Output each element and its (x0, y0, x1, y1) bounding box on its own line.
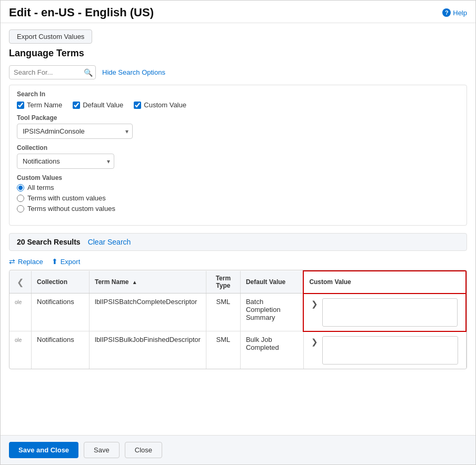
custom-values-label: Custom Values (17, 174, 459, 181)
row-indicator-1: ole (15, 299, 22, 305)
td-termtype-1: SML (206, 294, 240, 331)
search-input[interactable] (9, 65, 96, 79)
help-link[interactable]: ? Help (442, 8, 467, 17)
td-custom-1: ❯ (303, 294, 466, 331)
replace-button[interactable]: ⇄ Replace (9, 257, 43, 266)
td-termname-2: lblIPSISBulkJobFinishedDescriptor (90, 331, 206, 369)
radio-terms-without-custom-label: Terms without custom values (27, 205, 115, 213)
search-row: 🔍 Hide Search Options (9, 65, 467, 79)
section-title: Language Terms (9, 48, 467, 59)
radio-terms-with-custom[interactable]: Terms with custom values (17, 194, 459, 202)
table-row: ole Notifications lblIPSISBatchCompleteD… (9, 294, 466, 331)
th-termtype-label: TermType (216, 275, 231, 289)
th-collection[interactable]: Collection (32, 271, 90, 294)
table-wrapper: ❮ Collection Term Name ▲ TermType (9, 270, 467, 369)
row-indicator-2: ole (15, 337, 22, 343)
results-bar: 20 Search Results Clear Search (9, 233, 467, 251)
termtype-value-2: SML (216, 336, 231, 343)
tool-package-select[interactable]: IPSISAdminConsole (17, 124, 133, 139)
termname-value-2: lblIPSISBulkJobFinishedDescriptor (95, 336, 201, 343)
checkbox-custom-value-input[interactable] (134, 102, 141, 109)
hide-search-options-link[interactable]: Hide Search Options (102, 68, 165, 76)
collection-label: Collection (17, 144, 459, 151)
default-value-1: Batch Completion Summary (246, 298, 281, 321)
td-custom-2: ❯ (303, 331, 466, 369)
search-icon: 🔍 (84, 68, 93, 77)
search-options-panel: Search In Term Name Default Value Custom… (9, 85, 467, 226)
collection-select[interactable]: Notifications (17, 154, 114, 169)
collection-value-1: Notifications (37, 298, 74, 306)
data-table: ❮ Collection Term Name ▲ TermType (9, 270, 467, 369)
th-custom[interactable]: Custom Value (303, 271, 466, 294)
sort-asc-icon: ▲ (132, 279, 137, 285)
results-count: 20 Search Results (17, 238, 81, 246)
custom-val-box-2[interactable] (322, 336, 458, 365)
help-label: Help (453, 9, 467, 17)
td-termtype-2: SML (206, 331, 240, 369)
collection-group: Collection Notifications ▾ (17, 144, 459, 169)
footer-bar: Save and Close Save Close (1, 435, 475, 464)
th-termtype[interactable]: TermType (206, 271, 240, 294)
checkbox-custom-value-label: Custom Value (144, 101, 186, 109)
help-icon: ? (442, 8, 451, 17)
search-in-label: Search In (17, 90, 459, 98)
expand-custom-1-button[interactable]: ❯ (309, 298, 320, 310)
checkbox-default-value-input[interactable] (73, 102, 80, 109)
th-termname[interactable]: Term Name ▲ (90, 271, 206, 294)
search-in-group: Search In Term Name Default Value Custom… (17, 90, 459, 109)
th-default[interactable]: Default Value (240, 271, 303, 294)
search-wrapper: 🔍 (9, 65, 96, 79)
custom-values-group: Custom Values All terms Terms with custo… (17, 174, 459, 213)
radio-all-terms-label: All terms (27, 184, 54, 191)
collection-select-wrapper: Notifications ▾ (17, 154, 114, 169)
export-button[interactable]: ⬆ Export (52, 257, 81, 266)
radio-terms-without-custom-input[interactable] (17, 205, 24, 213)
save-button[interactable]: Save (84, 442, 120, 458)
main-content: Export Custom Values Language Terms 🔍 Hi… (1, 23, 475, 435)
custom-val-box-1[interactable] (322, 298, 458, 327)
checkbox-term-name-input[interactable] (17, 102, 24, 109)
checkbox-default-value-label: Default Value (83, 101, 123, 109)
th-termname-label: Term Name (95, 278, 128, 286)
expand-custom-2-button[interactable]: ❯ (309, 336, 320, 348)
radio-terms-with-custom-input[interactable] (17, 195, 24, 202)
page-title: Edit - en-US - English (US) (9, 6, 154, 19)
tool-package-select-wrapper: IPSISAdminConsole ▾ (17, 124, 133, 139)
radio-terms-without-custom[interactable]: Terms without custom values (17, 205, 459, 213)
table-nav-left-button[interactable]: ❮ (15, 276, 26, 288)
radio-all-terms[interactable]: All terms (17, 184, 459, 191)
table-actions: ⇄ Replace ⬆ Export (9, 257, 467, 266)
export-label: Export (61, 258, 81, 266)
td-default-2: Bulk Job Completed (240, 331, 303, 369)
checkbox-default-value[interactable]: Default Value (73, 101, 123, 109)
td-collection-1: Notifications (32, 294, 90, 331)
search-button[interactable]: 🔍 (84, 68, 93, 77)
export-icon: ⬆ (52, 257, 58, 266)
collection-value-2: Notifications (37, 336, 74, 343)
checkbox-custom-value[interactable]: Custom Value (134, 101, 186, 109)
custom-val-inline-2: ❯ (309, 336, 461, 365)
th-nav: ❮ (9, 271, 32, 294)
checkbox-group: Term Name Default Value Custom Value (17, 101, 459, 109)
checkbox-term-name-label: Term Name (27, 101, 62, 109)
replace-icon: ⇄ (9, 257, 15, 266)
table-row: ole Notifications lblIPSISBulkJobFinishe… (9, 331, 466, 369)
radio-terms-with-custom-label: Terms with custom values (27, 194, 106, 202)
tool-package-label: Tool Package (17, 114, 459, 122)
export-custom-button[interactable]: Export Custom Values (9, 29, 92, 44)
tool-package-group: Tool Package IPSISAdminConsole ▾ (17, 114, 459, 139)
td-nav-2: ole (9, 331, 32, 369)
clear-search-link[interactable]: Clear Search (88, 238, 131, 246)
td-default-1: Batch Completion Summary (240, 294, 303, 331)
close-button[interactable]: Close (125, 442, 162, 458)
th-collection-label: Collection (37, 278, 67, 286)
th-custom-label: Custom Value (309, 278, 351, 286)
top-bar: Edit - en-US - English (US) ? Help (1, 1, 475, 23)
radio-group: All terms Terms with custom values Terms… (17, 184, 459, 213)
td-termname-1: lblIPSISBatchCompleteDescriptor (90, 294, 206, 331)
checkbox-term-name[interactable]: Term Name (17, 101, 62, 109)
termtype-value-1: SML (216, 298, 231, 306)
table-header-row: ❮ Collection Term Name ▲ TermType (9, 271, 466, 294)
save-and-close-button[interactable]: Save and Close (9, 442, 78, 458)
radio-all-terms-input[interactable] (17, 184, 24, 191)
